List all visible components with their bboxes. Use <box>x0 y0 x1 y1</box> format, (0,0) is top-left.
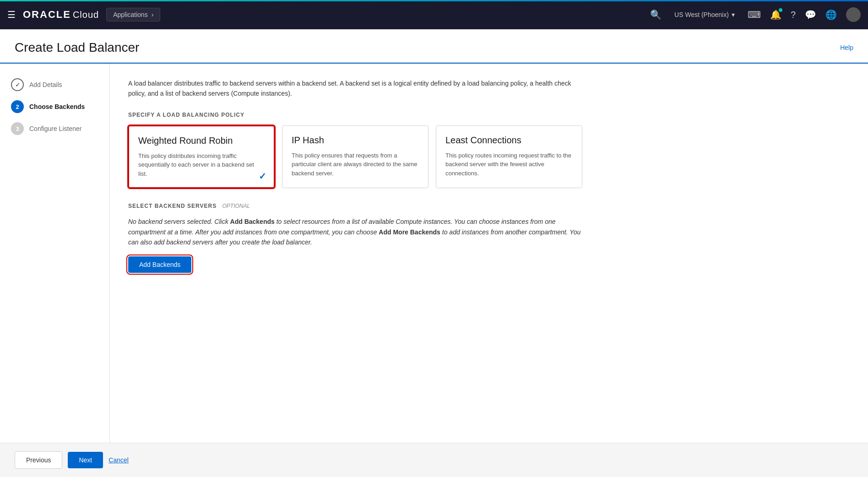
cancel-button[interactable]: Cancel <box>108 456 129 464</box>
step-item-1[interactable]: ✓ Add Details <box>11 78 98 91</box>
page-title: Create Load Balancer <box>15 40 139 55</box>
add-backends-button[interactable]: Add Backends <box>128 256 191 273</box>
help-icon[interactable]: ? <box>791 10 796 20</box>
policy-card-desc-3: This policy routes incoming request traf… <box>445 151 573 178</box>
step-number-2: 2 <box>16 103 19 110</box>
page-description: A load balancer distributes traffic to b… <box>128 78 586 99</box>
notification-dot <box>779 8 782 12</box>
backend-section-label: SELECT BACKEND SERVERS OPTIONAL <box>128 203 850 209</box>
globe-icon[interactable]: 🌐 <box>825 9 837 20</box>
chat-icon[interactable]: 💬 <box>805 9 816 20</box>
step-circle-2: 2 <box>11 100 24 113</box>
step-circle-3: 3 <box>11 122 24 135</box>
policy-card-least-connections[interactable]: Least Connections This policy routes inc… <box>436 125 582 189</box>
policy-cards: Weighted Round Robin This policy distrib… <box>128 125 850 189</box>
policy-card-weighted-round-robin[interactable]: Weighted Round Robin This policy distrib… <box>128 125 275 189</box>
selected-check-mark: ✓ <box>259 171 266 182</box>
nav-breadcrumb[interactable]: Applications › <box>106 8 160 22</box>
step-label-2: Choose Backends <box>29 103 85 110</box>
next-button[interactable]: Next <box>68 452 103 468</box>
policy-card-ip-hash[interactable]: IP Hash This policy ensures that request… <box>282 125 429 189</box>
content-layout: ✓ Add Details 2 Choose Backends 3 Config… <box>0 64 868 443</box>
policy-card-desc-2: This policy ensures that requests from a… <box>292 151 419 178</box>
step-label-1: Add Details <box>29 81 62 88</box>
help-link[interactable]: Help <box>840 44 853 51</box>
policy-card-desc-1: This policy distributes incoming traffic… <box>138 152 265 179</box>
policy-card-title-2: IP Hash <box>292 135 419 146</box>
header-top-bar <box>0 0 868 1</box>
add-more-backends-bold: Add More Backends <box>379 228 440 236</box>
terminal-icon[interactable]: ⌨ <box>748 9 761 20</box>
cloud-text: Cloud <box>73 10 99 20</box>
policy-card-title-3: Least Connections <box>445 135 573 146</box>
previous-button[interactable]: Previous <box>15 451 62 469</box>
steps-sidebar: ✓ Add Details 2 Choose Backends 3 Config… <box>0 64 110 443</box>
header: ☰ ORACLE Cloud Applications › 🔍 US West … <box>0 0 868 29</box>
step-number-3: 3 <box>16 125 19 132</box>
menu-icon[interactable]: ☰ <box>7 9 16 20</box>
bell-container[interactable]: 🔔 <box>770 9 781 20</box>
step-circle-1: ✓ <box>11 78 24 91</box>
region-arrow: ▾ <box>732 11 735 18</box>
step-check-1: ✓ <box>15 81 20 88</box>
oracle-logo: ORACLE Cloud <box>23 9 99 21</box>
step-item-3[interactable]: 3 Configure Listener <box>11 122 98 135</box>
header-icons: 🔍 US West (Phoenix) ▾ ⌨ 🔔 ? 💬 🌐 <box>650 7 861 22</box>
search-icon[interactable]: 🔍 <box>650 9 662 20</box>
main-content: A load balancer distributes traffic to b… <box>110 64 868 443</box>
page-header: Create Load Balancer Help <box>0 29 868 63</box>
policy-section-label: SPECIFY A LOAD BALANCING POLICY <box>128 112 850 118</box>
add-backends-bold: Add Backends <box>230 218 275 225</box>
region-label: US West (Phoenix) <box>674 11 729 18</box>
nav-label: Applications <box>113 11 148 18</box>
optional-tag: OPTIONAL <box>222 203 250 209</box>
oracle-text: ORACLE <box>23 9 71 21</box>
footer: Previous Next Cancel <box>0 443 868 477</box>
main-container: Create Load Balancer Help ✓ Add Details … <box>0 29 868 477</box>
backend-description: No backend servers selected. Click Add B… <box>128 217 586 247</box>
nav-arrow: › <box>152 11 154 18</box>
policy-card-title-1: Weighted Round Robin <box>138 136 265 146</box>
step-item-2[interactable]: 2 Choose Backends <box>11 100 98 113</box>
step-label-3: Configure Listener <box>29 125 81 132</box>
user-avatar[interactable] <box>846 7 861 22</box>
region-selector[interactable]: US West (Phoenix) ▾ <box>671 9 738 20</box>
